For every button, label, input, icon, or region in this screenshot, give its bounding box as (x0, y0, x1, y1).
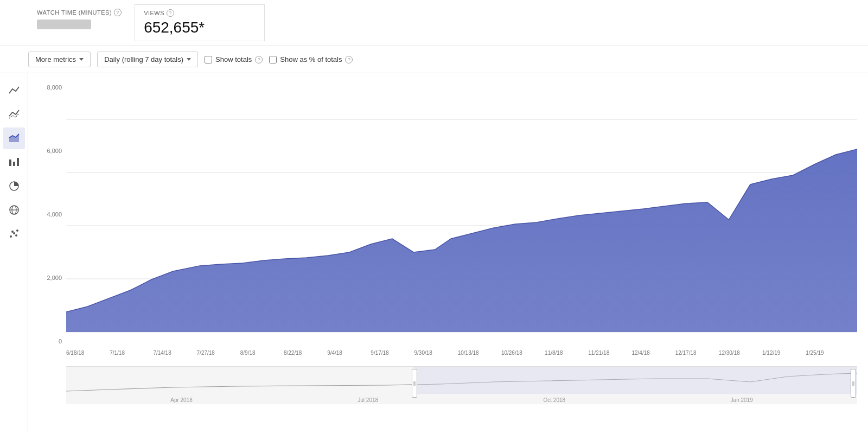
x-label-2: 7/1/18 (110, 350, 125, 356)
sidebar-item-globe[interactable] (3, 199, 25, 221)
y-label-6000: 6,000 (47, 148, 62, 154)
bar-chart-icon (8, 156, 20, 168)
area-fill (66, 149, 857, 332)
svg-rect-18 (413, 367, 857, 394)
sidebar-item-scatter[interactable] (3, 223, 25, 245)
x-label-1: 6/18/18 (66, 350, 84, 356)
main-area: 8,000 6,000 4,000 2,000 0 (0, 73, 868, 432)
show-as-pct-checkbox[interactable] (269, 56, 277, 63)
mini-chart-labels: Apr 2018 Jul 2018 Oct 2018 Jan 2019 (66, 397, 857, 403)
x-label-18: 1/25/19 (806, 350, 824, 356)
y-axis: 8,000 6,000 4,000 2,000 0 (34, 84, 66, 344)
pie-chart-icon (8, 180, 20, 192)
scatter-chart-icon (8, 228, 20, 240)
area-chart-icon (8, 132, 20, 144)
period-selector-button[interactable]: Daily (rolling 7 day totals) (97, 52, 198, 67)
x-label-3: 7/14/18 (153, 350, 171, 356)
show-as-pct-info-icon[interactable]: ? (345, 56, 353, 63)
mini-label-apr: Apr 2018 (170, 397, 193, 403)
x-label-12: 11/8/18 (545, 350, 563, 356)
chart-container: 8,000 6,000 4,000 2,000 0 (28, 73, 868, 432)
watch-time-card: WATCH TIME (MINUTES) ? (28, 4, 130, 41)
sidebar (0, 73, 28, 432)
handle-grip-right-icon (852, 380, 855, 387)
toolbar: More metrics Daily (rolling 7 day totals… (0, 46, 868, 73)
watch-time-value-placeholder (37, 20, 91, 29)
chart-area: 8,000 6,000 4,000 2,000 0 (34, 84, 857, 366)
x-label-4: 7/27/18 (197, 350, 215, 356)
show-totals-label[interactable]: Show totals ? (205, 55, 263, 63)
svg-point-11 (16, 229, 18, 232)
svg-rect-3 (17, 158, 19, 166)
sidebar-item-line[interactable] (3, 80, 25, 101)
range-selector[interactable]: Apr 2018 Jul 2018 Oct 2018 Jan 2019 (66, 366, 857, 404)
x-label-6: 8/22/18 (284, 350, 302, 356)
handle-grip-icon (413, 380, 416, 387)
x-label-5: 8/9/18 (240, 350, 256, 356)
x-label-14: 12/4/18 (631, 350, 649, 356)
sidebar-item-area[interactable] (3, 127, 25, 149)
top-metrics: WATCH TIME (MINUTES) ? VIEWS ? 652,655* (0, 0, 868, 46)
svg-point-10 (11, 231, 14, 233)
x-label-8: 9/17/18 (371, 350, 388, 356)
x-label-16: 12/30/18 (719, 350, 740, 356)
svg-rect-2 (13, 162, 15, 166)
range-handle-left[interactable] (412, 369, 417, 398)
range-handle-right[interactable] (851, 369, 856, 398)
sidebar-item-multiline[interactable] (3, 104, 25, 125)
views-title: VIEWS ? (144, 9, 256, 17)
show-as-pct-label[interactable]: Show as % of totals ? (269, 55, 353, 63)
sidebar-item-bar[interactable] (3, 151, 25, 173)
area-chart-svg (66, 84, 857, 366)
period-chevron-icon (187, 58, 191, 61)
y-label-0: 0 (59, 338, 62, 344)
chart-plot: 6/18/18 7/1/18 7/14/18 7/27/18 8/9/18 8/… (66, 84, 857, 366)
x-label-17: 1/12/19 (762, 350, 780, 356)
x-label-7: 9/4/18 (327, 350, 342, 356)
svg-point-9 (13, 232, 15, 234)
show-totals-info-icon[interactable]: ? (255, 56, 263, 63)
globe-icon (8, 204, 20, 216)
sidebar-item-pie[interactable] (3, 175, 25, 197)
svg-rect-1 (9, 159, 11, 166)
views-value: 652,655* (144, 19, 256, 36)
x-axis: 6/18/18 7/1/18 7/14/18 7/27/18 8/9/18 8/… (66, 347, 857, 366)
mini-label-jul: Jul 2018 (358, 397, 378, 403)
svg-point-12 (15, 234, 17, 237)
x-label-11: 10/26/18 (501, 350, 522, 356)
y-label-4000: 4,000 (47, 211, 62, 218)
watch-time-title: WATCH TIME (MINUTES) ? (37, 9, 122, 16)
multi-line-chart-icon (8, 108, 20, 120)
x-label-13: 11/21/18 (588, 350, 609, 356)
line-chart-icon (8, 85, 20, 97)
y-label-8000: 8,000 (47, 84, 62, 91)
y-label-2000: 2,000 (47, 275, 62, 281)
mini-chart-svg (66, 367, 857, 394)
x-label-9: 9/30/18 (414, 350, 432, 356)
x-label-15: 12/17/18 (675, 350, 697, 356)
mini-label-jan: Jan 2019 (731, 397, 753, 403)
svg-point-8 (10, 235, 12, 238)
more-metrics-button[interactable]: More metrics (28, 52, 91, 67)
more-metrics-chevron-icon (79, 58, 84, 61)
views-info-icon[interactable]: ? (167, 9, 174, 17)
mini-label-oct: Oct 2018 (544, 397, 566, 403)
show-totals-checkbox[interactable] (205, 56, 212, 63)
x-label-10: 10/13/18 (458, 350, 479, 356)
views-card: VIEWS ? 652,655* (135, 4, 265, 41)
watch-time-info-icon[interactable]: ? (114, 9, 122, 16)
